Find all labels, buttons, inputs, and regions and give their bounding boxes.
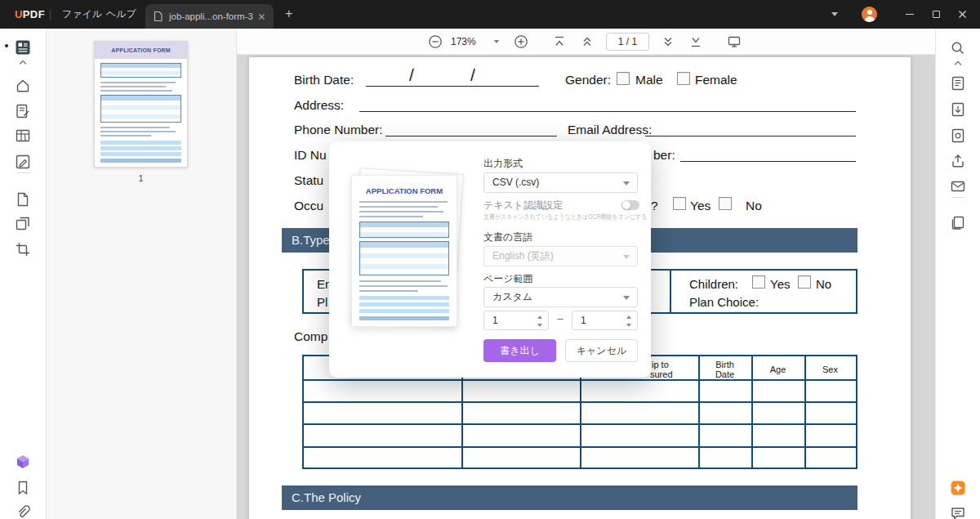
feedback-button[interactable] <box>950 505 968 519</box>
new-tab-button[interactable]: + <box>285 0 292 29</box>
compress-button[interactable] <box>950 128 968 145</box>
crop-icon <box>15 241 31 257</box>
sidebar-divider <box>17 172 29 173</box>
children-no-checkbox[interactable] <box>798 275 811 289</box>
address-label: Address: <box>294 98 344 113</box>
zoom-out-button[interactable] <box>428 34 443 49</box>
female-label: Female <box>695 73 737 87</box>
window-minimize-button[interactable] <box>897 0 923 29</box>
thumbnails-icon <box>15 39 31 56</box>
account-chevron-down-icon[interactable] <box>831 12 838 16</box>
attachments-button[interactable] <box>15 504 33 519</box>
export-button[interactable]: 書き出し <box>483 339 556 362</box>
organize-pages-button[interactable] <box>15 215 33 233</box>
female-checkbox[interactable] <box>677 72 690 85</box>
ocr-button[interactable] <box>950 75 968 93</box>
window-maximize-button[interactable] <box>923 0 949 29</box>
updf-logo: UPDF <box>15 8 45 20</box>
annotate-pencil-icon <box>15 154 31 170</box>
email-line[interactable] <box>645 136 856 136</box>
question-fragment: ? <box>651 199 658 213</box>
edit-document-icon <box>15 103 31 119</box>
email-button[interactable] <box>950 178 968 196</box>
page-separator: / <box>626 36 629 47</box>
updf-promo-button[interactable] <box>950 480 968 498</box>
ai-assistant-button[interactable] <box>15 454 33 472</box>
first-page-button[interactable] <box>552 34 567 49</box>
zoom-in-button[interactable] <box>514 34 528 49</box>
section-c-header: C.The Policy <box>282 485 858 510</box>
first-page-icon <box>552 34 567 49</box>
reader-home-button[interactable] <box>15 78 33 96</box>
batch-copies-button[interactable] <box>950 215 968 233</box>
export-preview: APPLICATION FORM <box>351 173 460 329</box>
last-page-icon <box>688 34 703 49</box>
paperclip-icon <box>15 504 31 519</box>
male-checkbox[interactable] <box>617 72 630 85</box>
stepper-icon[interactable] <box>537 315 544 327</box>
convert-button[interactable] <box>950 101 968 119</box>
birth-date-line[interactable] <box>366 86 539 87</box>
page-thumbnail[interactable]: APPLICATION FORM <box>94 41 188 168</box>
window-close-button[interactable] <box>949 0 975 29</box>
minus-circle-icon <box>428 34 443 49</box>
language-value: English (英語) <box>492 250 554 262</box>
company-fragment: Comp <box>294 329 327 344</box>
id-label-fragment: ID Nu <box>294 148 327 163</box>
phone-line[interactable] <box>385 136 557 136</box>
document-tab[interactable]: job-appli...on-form-3 <box>145 4 274 29</box>
maximize-icon <box>933 11 940 18</box>
birth-header-line2: Date <box>698 369 751 379</box>
edit-pdf-button[interactable] <box>15 103 33 121</box>
collapse-right-panel-button[interactable] <box>950 58 968 68</box>
page-tools-button[interactable] <box>15 191 33 209</box>
range-start-input[interactable]: 1 <box>483 311 549 330</box>
previous-page-button[interactable] <box>580 34 595 49</box>
number-line[interactable] <box>680 161 856 162</box>
menu-help[interactable]: ヘルプ <box>106 0 136 29</box>
avatar-person-icon <box>867 10 872 15</box>
mail-icon <box>950 178 966 195</box>
ocr-document-icon <box>950 75 966 92</box>
next-page-button[interactable] <box>661 34 675 49</box>
zoom-level[interactable]: 173% <box>451 36 476 47</box>
logo-u: U <box>15 8 23 20</box>
last-page-button[interactable] <box>688 34 703 49</box>
stepper-icon[interactable] <box>626 315 633 327</box>
thumbnails-panel-button[interactable] <box>15 39 33 57</box>
page-indicator-input[interactable]: 1 / 1 <box>606 33 649 51</box>
cancel-button[interactable]: キャンセル <box>565 339 638 362</box>
active-panel-indicator <box>5 44 8 47</box>
collapse-panel-button[interactable] <box>15 57 33 67</box>
children-yes-checkbox[interactable] <box>752 275 765 289</box>
toggle-knob <box>622 201 630 209</box>
search-button[interactable] <box>950 40 968 58</box>
output-format-select[interactable]: CSV (.csv) <box>483 172 638 193</box>
bookmarks-button[interactable] <box>15 480 33 498</box>
share-button[interactable] <box>950 153 968 171</box>
menu-file[interactable]: ファイル <box>62 0 102 29</box>
relationship-header-fragment-1: ip to <box>652 360 669 369</box>
account-avatar[interactable] <box>862 7 877 22</box>
no-checkbox[interactable] <box>719 197 732 210</box>
ocr-hint-text: 文書がスキャンされているようなときはOCR機能をオンにする <box>483 213 647 222</box>
birth-header-line1: Birth <box>698 360 751 369</box>
address-line[interactable] <box>359 111 856 112</box>
ocr-toggle[interactable] <box>621 200 639 210</box>
yes-checkbox[interactable] <box>673 197 686 210</box>
annotate-button[interactable] <box>15 154 33 172</box>
relationship-header-fragment-2: sured <box>650 369 673 379</box>
crop-button[interactable] <box>15 241 33 259</box>
minimize-icon <box>906 14 914 16</box>
range-separator: – <box>552 313 568 324</box>
tab-close-icon[interactable] <box>257 12 266 21</box>
presentation-mode-button[interactable] <box>727 34 742 49</box>
form-tools-button[interactable] <box>15 128 33 145</box>
zoom-chevron-down-icon[interactable] <box>494 40 499 43</box>
close-icon <box>958 10 967 19</box>
layers-copies-icon <box>950 215 966 231</box>
range-end-input[interactable]: 1 <box>572 311 638 330</box>
range-start-value: 1 <box>492 315 498 326</box>
page-range-select[interactable]: カスタム <box>483 287 638 307</box>
cell-pl-fragment: Pl <box>317 295 327 309</box>
